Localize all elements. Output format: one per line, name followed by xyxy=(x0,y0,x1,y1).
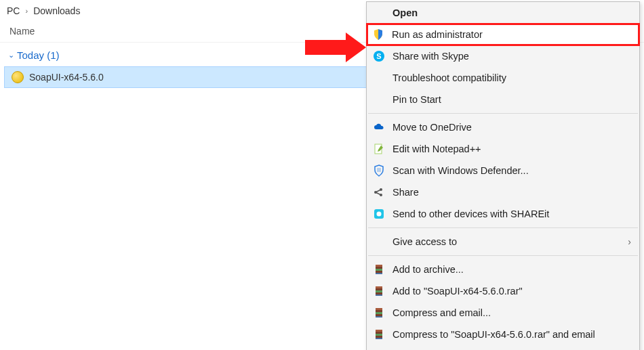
group-label: Today (1) xyxy=(17,49,60,61)
menu-compress-email[interactable]: Compress and email... xyxy=(367,302,639,324)
menu-separator xyxy=(368,227,638,228)
menu-run-admin[interactable]: Run as administrator xyxy=(366,23,640,46)
menu-defender[interactable]: Scan with Windows Defender... xyxy=(367,160,639,181)
menu-share-skype[interactable]: S Share with Skype xyxy=(367,45,639,67)
svg-rect-20 xyxy=(376,316,382,318)
svg-rect-12 xyxy=(376,273,382,274)
installer-icon xyxy=(12,71,24,83)
menu-pin-taskbar[interactable]: Pin to taskbar xyxy=(367,345,639,350)
breadcrumb-part-downloads[interactable]: Downloads xyxy=(33,5,80,16)
svg-rect-22 xyxy=(376,330,382,332)
cloud-icon xyxy=(372,121,386,134)
context-menu: Open Run as administrator S Share with S… xyxy=(366,1,640,350)
svg-rect-15 xyxy=(376,290,382,292)
breadcrumb-part-pc[interactable]: PC xyxy=(7,5,20,16)
share-icon xyxy=(372,185,386,199)
svg-rect-10 xyxy=(376,265,382,267)
svg-point-5 xyxy=(380,188,382,191)
menu-share[interactable]: Share xyxy=(367,181,639,203)
menu-pin-start[interactable]: Pin to Start xyxy=(367,89,639,110)
menu-add-rar[interactable]: Add to "SoapUI-x64-5.6.0.rar" xyxy=(367,280,639,302)
annotation-arrow xyxy=(305,32,366,62)
svg-rect-18 xyxy=(376,308,382,310)
skype-icon: S xyxy=(372,49,386,63)
svg-rect-3 xyxy=(377,168,381,172)
chevron-right-icon: › xyxy=(25,7,28,15)
svg-point-6 xyxy=(380,194,382,196)
menu-compress-rar-email[interactable]: Compress to "SoapUI-x64-5.6.0.rar" and e… xyxy=(367,324,639,345)
menu-separator xyxy=(368,113,638,114)
svg-text:S: S xyxy=(376,52,381,60)
rar-icon xyxy=(372,328,386,341)
shareit-icon xyxy=(372,207,386,221)
svg-rect-14 xyxy=(376,286,382,288)
svg-rect-11 xyxy=(376,269,382,271)
chevron-down-icon: ⌄ xyxy=(8,51,14,60)
menu-give-access[interactable]: Give access to › xyxy=(367,231,639,253)
rar-icon xyxy=(372,284,386,298)
rar-icon xyxy=(372,306,386,320)
menu-add-archive[interactable]: Add to archive... xyxy=(367,259,639,280)
svg-point-4 xyxy=(374,191,377,194)
notepad-icon xyxy=(372,142,386,156)
svg-rect-24 xyxy=(376,338,382,339)
menu-open[interactable]: Open xyxy=(367,2,639,24)
svg-rect-19 xyxy=(376,312,382,314)
menu-notepad[interactable]: Edit with Notepad++ xyxy=(367,138,639,160)
defender-icon xyxy=(372,164,386,177)
svg-point-8 xyxy=(377,212,382,217)
menu-separator xyxy=(368,255,638,256)
menu-shareit[interactable]: Send to other devices with SHAREit xyxy=(367,203,639,225)
menu-troubleshoot[interactable]: Troubleshoot compatibility xyxy=(367,67,639,89)
svg-rect-23 xyxy=(376,334,382,336)
chevron-right-icon: › xyxy=(628,236,632,247)
svg-rect-16 xyxy=(376,294,382,296)
menu-onedrive[interactable]: Move to OneDrive xyxy=(367,116,639,138)
shield-icon xyxy=(371,28,385,41)
rar-icon xyxy=(372,263,386,276)
